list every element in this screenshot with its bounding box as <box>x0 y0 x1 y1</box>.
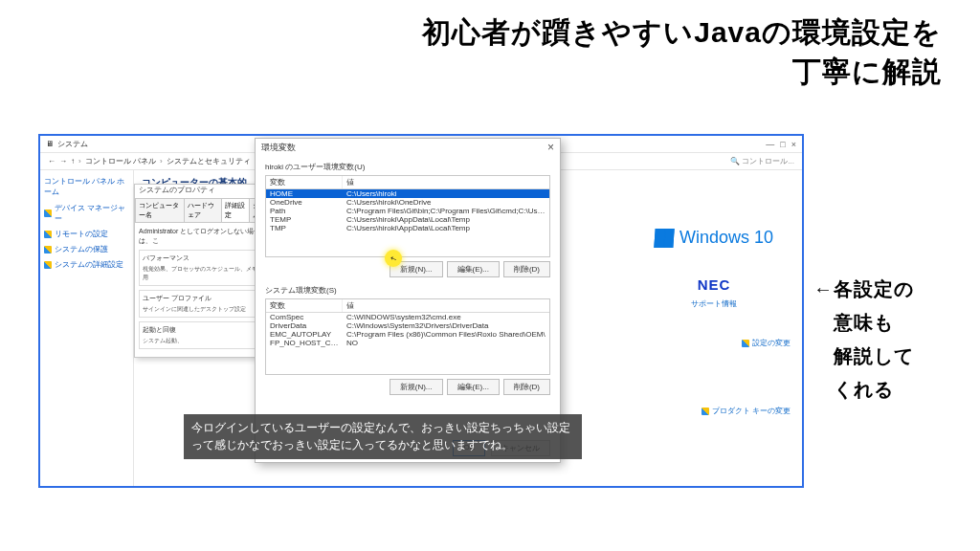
table-row[interactable]: HOMEC:\Users\hiroki <box>266 189 549 198</box>
screenshot-frame: 🖥 システム — □ × ← → ↑ › コントロール パネル › システムとセ… <box>38 134 804 488</box>
video-subtitle: 今ログインしているユーザーの設定なんで、おっきい設定ちっちゃい設定って感じかなで… <box>184 414 582 459</box>
tab-advanced[interactable]: 詳細設定 <box>221 198 250 222</box>
table-row[interactable]: FP_NO_HOST_CHECKNO <box>266 339 549 347</box>
sys-delete-button[interactable]: 削除(D) <box>503 379 550 395</box>
system-window-title: システム <box>57 139 88 149</box>
col-name: 変数 <box>266 176 343 188</box>
sidebar-item-advanced[interactable]: システムの詳細設定 <box>44 259 129 270</box>
nec-logo: NEC <box>637 276 791 293</box>
sidebar-home[interactable]: コントロール パネル ホーム <box>44 176 129 197</box>
tab-computer-name[interactable]: コンピューター名 <box>135 198 185 222</box>
shield-icon <box>702 408 709 415</box>
group-performance: パフォーマンス 視覚効果、プロセッサのスケジュール、メモリ使用 <box>139 250 273 286</box>
sidebar-item-remote[interactable]: リモートの設定 <box>44 229 129 239</box>
sys-edit-button[interactable]: 編集(E)... <box>447 379 500 395</box>
col-value: 値 <box>343 176 549 188</box>
table-row[interactable]: PathC:\Program Files\Git\bin;C:\Program … <box>266 207 549 215</box>
headline-line-1: 初心者が躓きやすいJavaの環境設定を <box>38 13 942 53</box>
shield-icon <box>44 261 52 269</box>
search-input[interactable]: 🔍 コントロール... <box>730 156 794 166</box>
tab-hardware[interactable]: ハードウェア <box>184 198 223 222</box>
shield-icon <box>44 231 52 238</box>
shield-icon <box>44 209 52 217</box>
shield-icon <box>742 340 749 347</box>
product-key-link[interactable]: プロダクト キーの変更 <box>637 406 791 416</box>
table-row[interactable]: TEMPC:\Users\hiroki\AppData\Local\Temp <box>266 215 549 224</box>
system-window-icon: 🖥 <box>46 140 54 148</box>
user-delete-button[interactable]: 削除(D) <box>503 261 550 277</box>
sidebar: コントロール パネル ホーム デバイス マネージャー リモートの設定 システムの… <box>40 170 134 486</box>
table-row[interactable]: ComSpecC:\WINDOWS\system32\cmd.exe <box>266 313 549 321</box>
annotation-text: ←各設定の 意味も 解説して くれる <box>813 273 914 407</box>
brand-area: Windows 10 NEC サポート情報 設定の変更 プロダクト キーの変更 <box>637 228 791 416</box>
nav-up-icon[interactable]: ↑ <box>71 157 75 165</box>
settings-change-link[interactable]: 設定の変更 <box>637 338 791 348</box>
col-name: 変数 <box>266 299 343 312</box>
close-button[interactable]: × <box>791 140 796 149</box>
user-edit-button[interactable]: 編集(E)... <box>447 261 500 277</box>
headline-line-2: 丁寧に解説 <box>38 53 942 92</box>
nav-back-icon[interactable]: ← <box>48 157 56 165</box>
env-dialog-title: 環境変数 <box>261 142 296 154</box>
admin-note: Administrator としてログオンしない場合は、こ <box>139 227 273 246</box>
support-link[interactable]: サポート情報 <box>637 298 791 309</box>
minimize-button[interactable]: — <box>766 140 774 149</box>
env-close-button[interactable]: × <box>547 141 554 154</box>
table-row[interactable]: OneDriveC:\Users\hiroki\OneDrive <box>266 198 549 207</box>
group-user-profile: ユーザー プロファイル サインインに関連したデスクトップ設定 <box>139 290 273 318</box>
sys-vars-label: システム環境変数(S) <box>265 285 550 296</box>
table-row[interactable]: EMC_AUTOPLAYC:\Program Files (x86)\Commo… <box>266 330 549 339</box>
breadcrumb-item[interactable]: コントロール パネル <box>85 156 156 166</box>
col-value: 値 <box>343 299 549 312</box>
group-startup: 起動と回復 システム起動、 <box>139 321 273 349</box>
nav-forward-icon[interactable]: → <box>59 157 67 165</box>
sys-new-button[interactable]: 新規(N)... <box>390 379 443 395</box>
sidebar-item-device-manager[interactable]: デバイス マネージャー <box>44 203 129 224</box>
user-vars-label: hiroki のユーザー環境変数(U) <box>265 162 550 172</box>
headline: 初心者が躓きやすいJavaの環境設定を 丁寧に解説 <box>38 13 942 91</box>
cursor-highlight <box>385 250 402 267</box>
maximize-button[interactable]: □ <box>780 140 785 149</box>
windows-logo: Windows 10 <box>655 228 773 248</box>
sidebar-item-protection[interactable]: システムの保護 <box>44 244 129 254</box>
table-row[interactable]: DriverDataC:\Windows\System32\Drivers\Dr… <box>266 321 549 330</box>
table-row[interactable]: TMPC:\Users\hiroki\AppData\Local\Temp <box>266 224 549 232</box>
breadcrumb-item[interactable]: システムとセキュリティ <box>167 156 251 166</box>
windows-icon <box>654 229 674 248</box>
sys-vars-table[interactable]: 変数 値 ComSpecC:\WINDOWS\system32\cmd.exeD… <box>265 298 550 375</box>
shield-icon <box>44 246 52 253</box>
user-vars-table[interactable]: 変数 値 HOMEC:\Users\hirokiOneDriveC:\Users… <box>265 175 550 257</box>
